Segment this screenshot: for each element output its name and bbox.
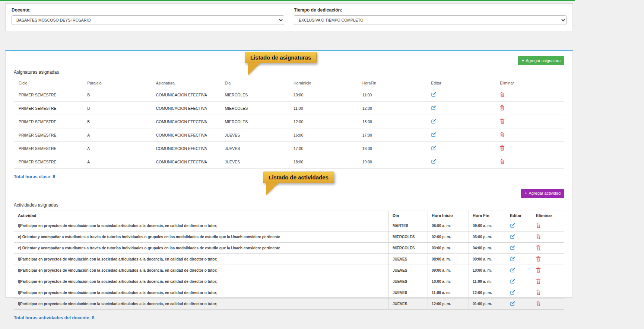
delete-button[interactable] [536,278,541,284]
cell-dia: MIERCOLES [389,242,428,253]
cell-hora-fin: 10:00 a. m. [469,265,506,276]
trash-icon [536,290,541,295]
cell-editar [506,253,532,265]
delete-button[interactable] [500,105,505,111]
cell-horafin: 13:00 [358,115,427,128]
edit-button[interactable] [510,256,515,262]
edit-button[interactable] [510,278,515,284]
trash-icon [500,132,505,137]
edit-button[interactable] [510,245,515,250]
cell-actividad: e) Orientar y acompañar a estudiantes a … [14,242,389,253]
delete-button[interactable] [500,132,505,137]
edit-icon [431,105,437,111]
cell-editar [426,128,495,142]
cell-eliminar [495,128,564,142]
col-eliminar: Eliminar [495,78,564,88]
delete-button[interactable] [536,234,541,239]
edit-button[interactable] [510,290,515,295]
edit-button[interactable] [510,223,515,228]
col-horafin: HoraFin [358,78,427,88]
delete-button[interactable] [500,145,505,151]
col-ciclo: Ciclo [14,78,83,88]
callout-asignaturas-text: Listado de asignaturas [250,54,311,61]
cell-hora-inicio: 12:00 p. m. [428,298,469,309]
cell-hora-inicio: 10:00 a. m. [428,276,469,287]
cell-editar [426,88,495,102]
agregar-asignatura-button[interactable]: + Agregar asignatura [518,56,564,65]
cell-asignatura: COMUNICACION EFECTIVA [152,142,221,155]
edit-button[interactable] [431,145,437,151]
cell-horainicio: 11:00 [289,102,358,115]
delete-button[interactable] [500,92,505,97]
cell-horainicio: 18:00 [289,155,358,169]
trash-icon [500,118,505,124]
cell-editar [506,242,532,253]
cell-eliminar [532,287,564,298]
col-hora-inicio: Hora Inicio [428,211,469,220]
cell-hora-fin: 12:00 p. m. [469,287,506,298]
cell-hora-fin: 11:00 a. m. [469,276,506,287]
actividad-row: l)Participar en proyectos de vinculación… [14,265,564,276]
actividades-header-row: Actividad Dia Hora Inicio Hora Fin Edita… [14,211,564,220]
edit-button[interactable] [431,92,437,97]
cell-ciclo: PRIMER SEMESTRE [14,155,83,169]
col-dia: Dia [389,211,428,220]
edit-icon [510,267,515,273]
total-horas-actividades: Total horas actividades del docente: 8 [14,315,564,320]
delete-button[interactable] [536,290,541,295]
delete-button[interactable] [536,245,541,250]
trash-icon [500,105,505,111]
delete-button[interactable] [500,118,505,124]
cell-dia: MIERCOLES [220,115,289,128]
edit-button[interactable] [510,267,515,273]
edit-icon [510,245,515,250]
edit-button[interactable] [431,159,437,164]
docente-select[interactable]: BASANTES MOSCOSO DEYSI ROSARIO [12,15,284,25]
cell-hora-inicio: 03:00 p. m. [428,242,469,253]
plus-icon: + [524,191,527,196]
col-eliminar: Eliminar [532,211,564,220]
callout-actividades-text: Listado de actividades [269,174,329,181]
edit-button[interactable] [510,234,515,239]
edit-icon [510,290,515,295]
cell-eliminar [495,102,564,115]
edit-icon [510,234,515,239]
delete-button[interactable] [536,267,541,273]
cell-editar [426,115,495,128]
edit-icon [510,256,515,262]
agregar-actividad-button[interactable]: + Agregar actividad [521,189,564,198]
cell-actividad: l)Participar en proyectos de vinculación… [14,276,389,287]
edit-button[interactable] [431,105,437,111]
cell-hora-fin: 01:00 p. m. [469,298,506,309]
delete-button[interactable] [500,159,505,164]
asignaturas-body: PRIMER SEMESTRE B COMUNICACION EFECTIVA … [14,88,564,169]
cell-eliminar [532,276,564,287]
docente-label: Docente: [12,7,284,13]
edit-icon [431,92,437,97]
cell-editar [506,220,532,231]
col-paralelo: Paralelo [83,78,152,88]
cell-actividad: e) Orientar y acompañar a estudiantes a … [14,231,389,242]
delete-button[interactable] [536,301,541,306]
edit-button[interactable] [431,118,437,124]
cell-hora-fin: 09:00 a. m. [469,253,506,265]
actividad-row: l)Participar en proyectos de vinculación… [14,298,564,309]
cell-paralelo: B [83,115,152,128]
cell-asignatura: COMUNICACION EFECTIVA [152,102,221,115]
cell-paralelo: B [83,102,152,115]
cell-dia: JUEVES [389,276,428,287]
edit-button[interactable] [510,301,515,306]
asignatura-row: PRIMER SEMESTRE B COMUNICACION EFECTIVA … [14,102,564,115]
top-accent-bar [0,0,575,1]
col-editar: Editar [426,78,495,88]
page: Docente: BASANTES MOSCOSO DEYSI ROSARIO … [0,0,644,329]
dedicacion-select[interactable]: EXCLUSIVA O TIEMPO COMPLETO [294,15,567,25]
delete-button[interactable] [536,223,541,228]
edit-icon [431,159,437,164]
asignatura-row: PRIMER SEMESTRE B COMUNICACION EFECTIVA … [14,88,564,102]
delete-button[interactable] [536,256,541,262]
edit-button[interactable] [431,132,437,137]
cell-eliminar [495,88,564,102]
trash-icon [536,245,541,250]
dedicacion-filter: Tiempo de dedicación: EXCLUSIVA O TIEMPO… [294,7,567,25]
